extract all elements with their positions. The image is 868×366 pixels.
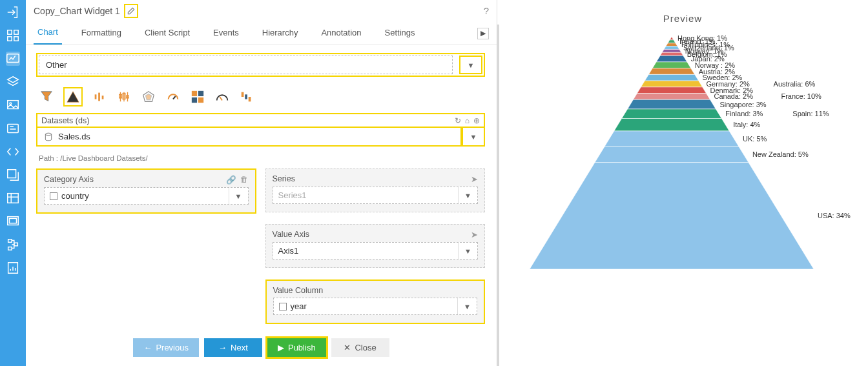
sidebar-code-icon[interactable] xyxy=(6,145,20,159)
series-select[interactable]: Series1 ▼ xyxy=(273,187,479,204)
sidebar-layers-icon[interactable] xyxy=(6,75,20,89)
svg-rect-8 xyxy=(8,170,16,178)
value-axis-value: Axis1 xyxy=(273,243,459,259)
wizard-footer: ← Previous → Next ▶ Publish ✕ Close xyxy=(26,332,497,366)
tab-hierarchy[interactable]: Hierarchy xyxy=(258,23,302,44)
svg-rect-25 xyxy=(198,91,203,96)
svg-rect-2 xyxy=(8,37,12,41)
column-icon xyxy=(50,192,57,200)
chart-type-dropdown-button[interactable]: ▼ xyxy=(459,56,482,74)
previous-button[interactable]: ← Previous xyxy=(133,338,199,357)
svg-marker-23 xyxy=(145,94,151,99)
category-axis-select[interactable]: country ▼ xyxy=(44,187,249,205)
database-icon xyxy=(44,132,53,141)
waterfall-icon[interactable] xyxy=(239,89,254,105)
speedo-icon[interactable] xyxy=(214,89,230,105)
tabs-scroll-right[interactable]: ▶ xyxy=(477,28,489,39)
chart-subtype-row xyxy=(36,83,485,113)
sidebar-folder-icon[interactable] xyxy=(6,214,20,229)
treemap-icon[interactable] xyxy=(190,89,205,105)
sidebar-card-icon[interactable] xyxy=(6,121,20,136)
svg-rect-7 xyxy=(8,125,19,133)
tab-settings[interactable]: Settings xyxy=(381,23,419,44)
dataset-add-icon[interactable]: ⊕ xyxy=(473,116,480,125)
datasets-label: Datasets (ds) xyxy=(41,116,89,125)
svg-rect-27 xyxy=(198,97,203,103)
preview-title: Preview xyxy=(517,13,849,24)
dataset-path: Path : /Live Dashboard Datasets/ xyxy=(36,153,485,168)
series-dropdown[interactable]: ▼ xyxy=(458,187,477,203)
help-icon[interactable]: ? xyxy=(484,5,489,16)
config-tabs: Chart Formatting Client Script Events Hi… xyxy=(26,22,497,45)
tab-annotation[interactable]: Annotation xyxy=(317,23,365,44)
tab-formatting[interactable]: Formatting xyxy=(78,23,125,44)
tab-events[interactable]: Events xyxy=(209,23,243,44)
value-column-select[interactable]: year ▼ xyxy=(273,298,478,315)
funnel-icon[interactable] xyxy=(39,89,54,105)
svg-marker-50 xyxy=(530,163,814,269)
svg-rect-9 xyxy=(8,194,19,203)
dataset-dropdown-button[interactable]: ▼ xyxy=(462,127,485,147)
gauge-icon[interactable] xyxy=(165,89,181,105)
pyramid-label: USA: 34% xyxy=(818,212,851,219)
svg-rect-12 xyxy=(8,239,12,243)
value-axis-label: Value Axis xyxy=(273,230,309,239)
category-axis-label: Category Axis xyxy=(44,175,94,185)
app-sidebar xyxy=(0,0,26,366)
series-label: Series xyxy=(273,174,295,184)
pyramid-icon[interactable] xyxy=(63,87,83,107)
series-value: Series1 xyxy=(273,187,459,203)
dataset-value: Sales.ds xyxy=(58,132,90,141)
dataset-select[interactable]: Sales.ds xyxy=(36,127,462,147)
tab-chart[interactable]: Chart xyxy=(34,22,62,45)
value-axis-send-icon[interactable]: ➤ xyxy=(471,230,478,239)
value-column-value: year xyxy=(291,301,307,311)
preview-panel: Preview Hong Kong: 1%Ireland: 1%Philippi… xyxy=(497,0,868,366)
radar-icon[interactable] xyxy=(141,89,156,105)
dataset-refresh-icon[interactable]: ↻ xyxy=(455,116,461,125)
sidebar-hierarchy-icon[interactable] xyxy=(6,238,20,252)
svg-rect-30 xyxy=(249,97,251,101)
category-link-icon[interactable]: 🔗 xyxy=(226,175,236,185)
svg-point-31 xyxy=(45,133,51,136)
sidebar-dashboard-icon[interactable] xyxy=(6,28,20,43)
pyramid-chart: Hong Kong: 1%Ireland: 1%Philippines: 1%S… xyxy=(530,37,814,269)
sidebar-login-icon[interactable] xyxy=(6,5,20,19)
publish-button[interactable]: ▶ Publish xyxy=(267,338,326,357)
tab-client-script[interactable]: Client Script xyxy=(141,23,194,44)
sidebar-image-icon[interactable] xyxy=(6,98,20,112)
dataset-home-icon[interactable]: ⌂ xyxy=(465,116,470,125)
value-axis-dropdown[interactable]: ▼ xyxy=(458,243,477,259)
sidebar-table-icon[interactable] xyxy=(6,191,20,205)
svg-rect-3 xyxy=(14,37,18,41)
svg-rect-0 xyxy=(8,30,12,34)
chart-type-select[interactable]: Other xyxy=(39,56,453,74)
value-column-label: Value Column xyxy=(273,286,324,295)
next-button[interactable]: → Next xyxy=(204,338,262,357)
config-panel: Copy_Chart Widget 1 ? Chart Formatting C… xyxy=(26,0,497,366)
svg-rect-18 xyxy=(102,96,104,99)
value-axis-select[interactable]: Axis1 ▼ xyxy=(273,242,479,259)
column-icon-2 xyxy=(279,303,287,310)
svg-rect-16 xyxy=(95,94,97,99)
edit-title-button[interactable] xyxy=(124,4,138,18)
value-column-dropdown[interactable]: ▼ xyxy=(457,298,477,314)
series-send-icon[interactable]: ➤ xyxy=(471,174,478,184)
svg-rect-26 xyxy=(192,97,197,103)
candlestick-icon[interactable] xyxy=(92,89,107,105)
close-button[interactable]: ✕ Close xyxy=(331,338,389,357)
category-axis-value: country xyxy=(61,191,89,201)
svg-rect-13 xyxy=(8,247,12,250)
svg-rect-29 xyxy=(245,94,247,99)
svg-rect-28 xyxy=(242,92,244,97)
boxplot-icon[interactable] xyxy=(116,89,132,105)
category-axis-dropdown[interactable]: ▼ xyxy=(229,188,248,204)
svg-rect-4 xyxy=(7,54,19,63)
chart-type-value: Other xyxy=(46,60,67,70)
svg-rect-14 xyxy=(14,243,18,246)
sidebar-gallery-icon[interactable] xyxy=(6,168,20,182)
svg-rect-11 xyxy=(10,218,17,223)
sidebar-report-icon[interactable] xyxy=(6,261,20,275)
category-trash-icon[interactable]: 🗑 xyxy=(240,175,249,185)
sidebar-chart-icon[interactable] xyxy=(6,52,20,66)
